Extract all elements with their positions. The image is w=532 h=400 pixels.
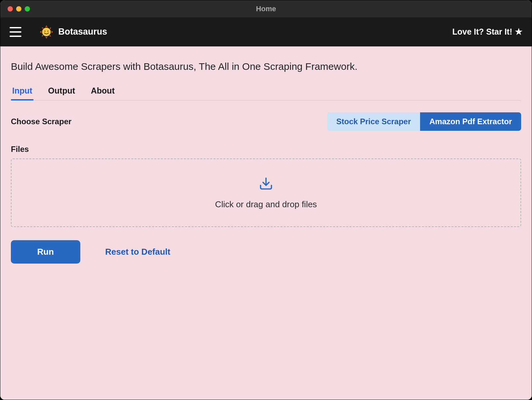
star-icon: ★ bbox=[515, 27, 522, 37]
svg-marker-2 bbox=[45, 37, 48, 39]
scraper-option-amazon[interactable]: Amazon Pdf Extractor bbox=[420, 112, 521, 131]
sun-logo-icon bbox=[40, 25, 53, 39]
upload-icon bbox=[259, 176, 273, 192]
minimize-window-button[interactable] bbox=[16, 6, 21, 12]
reset-to-default-link[interactable]: Reset to Default bbox=[105, 247, 171, 257]
tagline: Build Awesome Scrapers with Botasaurus, … bbox=[11, 46, 521, 83]
choose-scraper-row: Choose Scraper Stock Price Scraper Amazo… bbox=[11, 100, 521, 131]
window-controls bbox=[0, 6, 30, 12]
svg-marker-3 bbox=[40, 31, 42, 33]
dropzone-text: Click or drag and drop files bbox=[215, 199, 317, 210]
tab-input[interactable]: Input bbox=[11, 83, 34, 100]
window-title: Home bbox=[256, 5, 276, 13]
tab-output[interactable]: Output bbox=[47, 83, 76, 100]
brand-name: Botasaurus bbox=[58, 27, 107, 37]
app-window: Home bbox=[0, 0, 532, 400]
main-content: Build Awesome Scrapers with Botasaurus, … bbox=[0, 46, 532, 400]
scraper-button-group: Stock Price Scraper Amazon Pdf Extractor bbox=[327, 112, 521, 131]
choose-scraper-label: Choose Scraper bbox=[11, 117, 71, 126]
svg-marker-4 bbox=[50, 27, 51, 29]
star-it-link[interactable]: Love It? Star It! ★ bbox=[452, 27, 522, 37]
appbar: Botasaurus Love It? Star It! ★ bbox=[0, 17, 532, 46]
titlebar: Home bbox=[0, 0, 532, 17]
svg-marker-6 bbox=[42, 35, 43, 37]
close-window-button[interactable] bbox=[8, 6, 13, 12]
menu-icon[interactable] bbox=[10, 27, 21, 37]
maximize-window-button[interactable] bbox=[25, 6, 30, 12]
run-button[interactable]: Run bbox=[11, 240, 80, 264]
svg-marker-5 bbox=[49, 35, 51, 37]
tab-about[interactable]: About bbox=[90, 83, 116, 100]
action-row: Run Reset to Default bbox=[11, 227, 521, 264]
scraper-option-stock[interactable]: Stock Price Scraper bbox=[327, 112, 420, 131]
tabs: Input Output About bbox=[11, 83, 521, 100]
svg-marker-0 bbox=[45, 25, 48, 27]
svg-marker-1 bbox=[51, 31, 53, 33]
files-dropzone[interactable]: Click or drag and drop files bbox=[11, 158, 521, 227]
svg-point-8 bbox=[42, 28, 51, 36]
files-label: Files bbox=[11, 131, 521, 158]
brand: Botasaurus bbox=[40, 25, 107, 39]
svg-marker-7 bbox=[42, 27, 44, 29]
svg-point-9 bbox=[44, 30, 45, 31]
star-it-label: Love It? Star It! bbox=[452, 27, 512, 37]
svg-point-10 bbox=[47, 30, 48, 31]
